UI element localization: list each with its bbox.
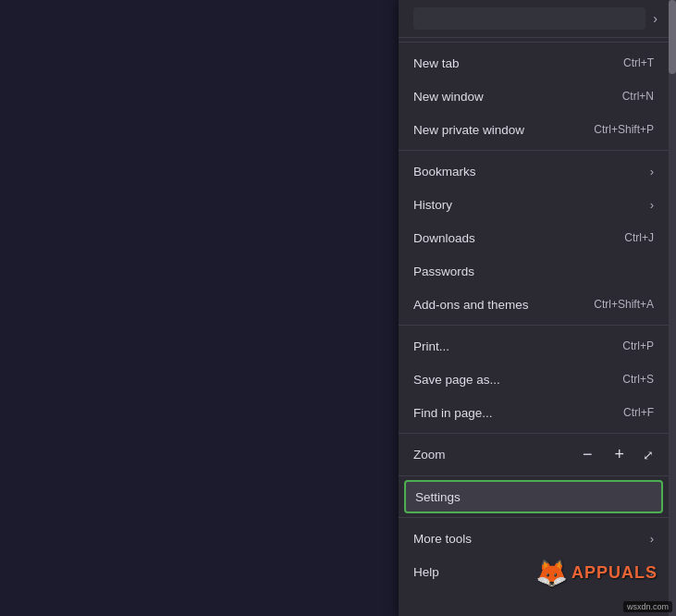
menu-item-shortcut-addons-themes: Ctrl+Shift+A bbox=[594, 298, 654, 311]
menu-expand-arrow[interactable]: › bbox=[653, 11, 658, 26]
menu-item-label-addons-themes: Add-ons and themes bbox=[413, 298, 529, 312]
zoom-row: Zoom − + ⤢ bbox=[399, 437, 669, 472]
menu-item-label-new-window: New window bbox=[413, 90, 484, 104]
menu-item-label-more-tools: More tools bbox=[413, 532, 472, 546]
menu-item-label-find-in-page: Find in page... bbox=[413, 406, 493, 420]
divider-group1 bbox=[399, 150, 669, 151]
menu-item-new-tab[interactable]: New tabCtrl+T bbox=[399, 46, 669, 80]
menu-item-passwords[interactable]: Passwords bbox=[399, 254, 669, 288]
menu-item-history[interactable]: History› bbox=[399, 188, 669, 221]
menu-top-bar: › bbox=[399, 0, 669, 38]
menu-item-print[interactable]: Print...Ctrl+P bbox=[399, 329, 669, 363]
divider-zoom bbox=[399, 475, 669, 476]
menu-item-shortcut-new-window: Ctrl+N bbox=[622, 90, 654, 103]
menu-item-help[interactable]: Help› bbox=[399, 555, 669, 588]
menu-item-label-history: History bbox=[413, 198, 452, 212]
menu-item-arrow-history: › bbox=[650, 198, 654, 212]
menu-item-label-downloads: Downloads bbox=[413, 231, 475, 245]
menu-item-label-new-private-window: New private window bbox=[413, 123, 524, 137]
zoom-expand-button[interactable]: ⤢ bbox=[643, 448, 654, 462]
menu-item-downloads[interactable]: DownloadsCtrl+J bbox=[399, 221, 669, 254]
menu-item-label-save-page: Save page as... bbox=[413, 373, 500, 387]
zoom-decrease-button[interactable]: − bbox=[579, 445, 596, 464]
menu-item-arrow-help: › bbox=[650, 565, 654, 579]
menu-item-shortcut-new-private-window: Ctrl+Shift+P bbox=[594, 123, 654, 136]
zoom-label: Zoom bbox=[413, 448, 446, 462]
wsxdn-badge: wsxdn.com bbox=[623, 601, 672, 612]
menu-items-list: New tabCtrl+TNew windowCtrl+NNew private… bbox=[399, 46, 669, 588]
menu-item-find-in-page[interactable]: Find in page...Ctrl+F bbox=[399, 396, 669, 429]
menu-item-new-private-window[interactable]: New private windowCtrl+Shift+P bbox=[399, 113, 669, 146]
menu-item-shortcut-downloads: Ctrl+J bbox=[624, 231, 654, 244]
scrollbar-track bbox=[669, 0, 676, 616]
menu-item-label-help: Help bbox=[413, 565, 439, 579]
divider-top bbox=[399, 42, 669, 43]
menu-item-shortcut-new-tab: Ctrl+T bbox=[623, 56, 654, 69]
menu-item-label-settings: Settings bbox=[415, 490, 461, 504]
divider-group2 bbox=[399, 325, 669, 326]
divider-group4 bbox=[399, 517, 669, 518]
menu-item-arrow-bookmarks: › bbox=[650, 165, 654, 179]
menu-search-input bbox=[413, 7, 645, 30]
menu-item-more-tools[interactable]: More tools› bbox=[399, 522, 669, 555]
menu-item-label-print: Print... bbox=[413, 339, 449, 353]
zoom-controls: − + ⤢ bbox=[579, 445, 654, 464]
divider-group3 bbox=[399, 433, 669, 434]
menu-item-settings[interactable]: Settings bbox=[404, 480, 663, 513]
zoom-increase-button[interactable]: + bbox=[610, 445, 628, 464]
menu-item-shortcut-find-in-page: Ctrl+F bbox=[623, 406, 654, 419]
menu-item-addons-themes[interactable]: Add-ons and themesCtrl+Shift+A bbox=[399, 288, 669, 321]
browser-menu: › New tabCtrl+TNew windowCtrl+NNew priva… bbox=[399, 0, 676, 616]
menu-content: › New tabCtrl+TNew windowCtrl+NNew priva… bbox=[399, 0, 676, 616]
menu-item-save-page[interactable]: Save page as...Ctrl+S bbox=[399, 363, 669, 396]
menu-item-shortcut-save-page: Ctrl+S bbox=[622, 373, 654, 386]
menu-item-new-window[interactable]: New windowCtrl+N bbox=[399, 80, 669, 113]
menu-item-shortcut-print: Ctrl+P bbox=[622, 339, 654, 352]
menu-item-label-new-tab: New tab bbox=[413, 56, 460, 70]
menu-item-arrow-more-tools: › bbox=[650, 532, 654, 546]
menu-item-label-passwords: Passwords bbox=[413, 265, 474, 278]
scrollbar-thumb[interactable] bbox=[669, 0, 676, 74]
menu-item-label-bookmarks: Bookmarks bbox=[413, 165, 476, 179]
menu-item-bookmarks[interactable]: Bookmarks› bbox=[399, 154, 669, 188]
